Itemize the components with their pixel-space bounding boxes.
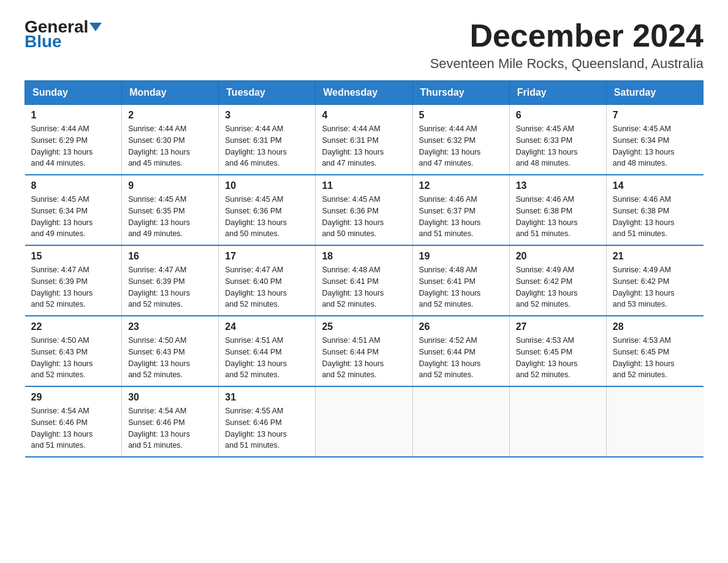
day-number: 30 (128, 392, 212, 403)
calendar-cell: 15Sunrise: 4:47 AMSunset: 6:39 PMDayligh… (25, 245, 122, 316)
day-info: Sunrise: 4:54 AMSunset: 6:46 PMDaylight:… (31, 405, 116, 451)
day-info: Sunrise: 4:44 AMSunset: 6:31 PMDaylight:… (225, 123, 309, 169)
calendar-cell: 23Sunrise: 4:50 AMSunset: 6:43 PMDayligh… (122, 316, 219, 386)
calendar-cell: 8Sunrise: 4:45 AMSunset: 6:34 PMDaylight… (25, 175, 122, 245)
day-info: Sunrise: 4:51 AMSunset: 6:44 PMDaylight:… (322, 335, 406, 381)
calendar-cell: 17Sunrise: 4:47 AMSunset: 6:40 PMDayligh… (219, 245, 316, 316)
calendar-cell: 30Sunrise: 4:54 AMSunset: 6:46 PMDayligh… (122, 386, 219, 457)
calendar-table: SundayMondayTuesdayWednesdayThursdayFrid… (25, 80, 703, 458)
day-info: Sunrise: 4:51 AMSunset: 6:44 PMDaylight:… (225, 335, 309, 381)
day-number: 26 (419, 321, 503, 332)
day-number: 11 (322, 180, 406, 191)
logo: General Blue (25, 18, 102, 50)
day-info: Sunrise: 4:53 AMSunset: 6:45 PMDaylight:… (613, 335, 697, 381)
day-info: Sunrise: 4:53 AMSunset: 6:45 PMDaylight:… (516, 335, 600, 381)
day-info: Sunrise: 4:45 AMSunset: 6:34 PMDaylight:… (31, 194, 116, 240)
day-info: Sunrise: 4:46 AMSunset: 6:37 PMDaylight:… (419, 194, 503, 240)
day-number: 8 (31, 180, 116, 191)
day-info: Sunrise: 4:48 AMSunset: 6:41 PMDaylight:… (322, 264, 406, 310)
day-number: 31 (225, 392, 309, 403)
day-number: 21 (613, 251, 697, 262)
calendar-cell: 11Sunrise: 4:45 AMSunset: 6:36 PMDayligh… (316, 175, 412, 245)
calendar-cell: 21Sunrise: 4:49 AMSunset: 6:42 PMDayligh… (606, 245, 703, 316)
day-number: 19 (419, 251, 503, 262)
day-info: Sunrise: 4:48 AMSunset: 6:41 PMDaylight:… (419, 264, 503, 310)
day-info: Sunrise: 4:50 AMSunset: 6:43 PMDaylight:… (31, 335, 116, 381)
calendar-week-row: 22Sunrise: 4:50 AMSunset: 6:43 PMDayligh… (25, 316, 703, 386)
calendar-cell: 6Sunrise: 4:45 AMSunset: 6:33 PMDaylight… (509, 105, 606, 175)
calendar-cell (412, 386, 509, 457)
day-info: Sunrise: 4:50 AMSunset: 6:43 PMDaylight:… (128, 335, 212, 381)
day-number: 3 (225, 110, 309, 121)
calendar-cell: 27Sunrise: 4:53 AMSunset: 6:45 PMDayligh… (509, 316, 606, 386)
calendar-cell: 5Sunrise: 4:44 AMSunset: 6:32 PMDaylight… (412, 105, 509, 175)
calendar-cell: 31Sunrise: 4:55 AMSunset: 6:46 PMDayligh… (219, 386, 316, 457)
column-header-friday: Friday (509, 81, 606, 105)
day-info: Sunrise: 4:46 AMSunset: 6:38 PMDaylight:… (613, 194, 697, 240)
day-number: 4 (322, 110, 406, 121)
calendar-week-row: 29Sunrise: 4:54 AMSunset: 6:46 PMDayligh… (25, 386, 703, 457)
day-info: Sunrise: 4:44 AMSunset: 6:32 PMDaylight:… (419, 123, 503, 169)
day-number: 9 (128, 180, 212, 191)
calendar-week-row: 8Sunrise: 4:45 AMSunset: 6:34 PMDaylight… (25, 175, 703, 245)
calendar-cell: 9Sunrise: 4:45 AMSunset: 6:35 PMDaylight… (122, 175, 219, 245)
calendar-cell: 7Sunrise: 4:45 AMSunset: 6:34 PMDaylight… (606, 105, 703, 175)
day-info: Sunrise: 4:44 AMSunset: 6:31 PMDaylight:… (322, 123, 406, 169)
day-info: Sunrise: 4:47 AMSunset: 6:39 PMDaylight:… (31, 264, 116, 310)
day-info: Sunrise: 4:49 AMSunset: 6:42 PMDaylight:… (516, 264, 600, 310)
calendar-cell: 18Sunrise: 4:48 AMSunset: 6:41 PMDayligh… (316, 245, 412, 316)
day-info: Sunrise: 4:45 AMSunset: 6:34 PMDaylight:… (613, 123, 697, 169)
column-header-tuesday: Tuesday (219, 81, 316, 105)
calendar-cell: 24Sunrise: 4:51 AMSunset: 6:44 PMDayligh… (219, 316, 316, 386)
day-number: 5 (419, 110, 503, 121)
calendar-cell: 29Sunrise: 4:54 AMSunset: 6:46 PMDayligh… (25, 386, 122, 457)
day-number: 14 (613, 180, 697, 191)
calendar-cell: 1Sunrise: 4:44 AMSunset: 6:29 PMDaylight… (25, 105, 122, 175)
calendar-cell: 14Sunrise: 4:46 AMSunset: 6:38 PMDayligh… (606, 175, 703, 245)
day-number: 27 (516, 321, 600, 332)
day-number: 28 (613, 321, 697, 332)
day-number: 10 (225, 180, 309, 191)
calendar-cell: 13Sunrise: 4:46 AMSunset: 6:38 PMDayligh… (509, 175, 606, 245)
calendar-cell: 10Sunrise: 4:45 AMSunset: 6:36 PMDayligh… (219, 175, 316, 245)
day-info: Sunrise: 4:49 AMSunset: 6:42 PMDaylight:… (613, 264, 697, 310)
day-info: Sunrise: 4:45 AMSunset: 6:36 PMDaylight:… (225, 194, 309, 240)
calendar-cell: 16Sunrise: 4:47 AMSunset: 6:39 PMDayligh… (122, 245, 219, 316)
page-header: General Blue December 2024 Seventeen Mil… (25, 18, 703, 72)
logo-blue-text: Blue (25, 33, 62, 50)
calendar-cell: 25Sunrise: 4:51 AMSunset: 6:44 PMDayligh… (316, 316, 412, 386)
calendar-cell: 22Sunrise: 4:50 AMSunset: 6:43 PMDayligh… (25, 316, 122, 386)
day-info: Sunrise: 4:47 AMSunset: 6:40 PMDaylight:… (225, 264, 309, 310)
day-number: 22 (31, 321, 116, 332)
title-section: December 2024 Seventeen Mile Rocks, Quee… (430, 18, 703, 72)
logo-triangle-icon (89, 23, 102, 31)
calendar-cell: 2Sunrise: 4:44 AMSunset: 6:30 PMDaylight… (122, 105, 219, 175)
day-info: Sunrise: 4:45 AMSunset: 6:33 PMDaylight:… (516, 123, 600, 169)
column-header-saturday: Saturday (606, 81, 703, 105)
day-info: Sunrise: 4:52 AMSunset: 6:44 PMDaylight:… (419, 335, 503, 381)
column-header-thursday: Thursday (412, 81, 509, 105)
day-info: Sunrise: 4:55 AMSunset: 6:46 PMDaylight:… (225, 405, 309, 451)
location-subtitle: Seventeen Mile Rocks, Queensland, Austra… (430, 56, 703, 72)
day-info: Sunrise: 4:46 AMSunset: 6:38 PMDaylight:… (516, 194, 600, 240)
day-number: 1 (31, 110, 116, 121)
calendar-cell (606, 386, 703, 457)
day-number: 24 (225, 321, 309, 332)
calendar-cell: 4Sunrise: 4:44 AMSunset: 6:31 PMDaylight… (316, 105, 412, 175)
day-info: Sunrise: 4:47 AMSunset: 6:39 PMDaylight:… (128, 264, 212, 310)
calendar-cell: 20Sunrise: 4:49 AMSunset: 6:42 PMDayligh… (509, 245, 606, 316)
day-number: 13 (516, 180, 600, 191)
column-header-wednesday: Wednesday (316, 81, 412, 105)
calendar-cell: 12Sunrise: 4:46 AMSunset: 6:37 PMDayligh… (412, 175, 509, 245)
day-info: Sunrise: 4:44 AMSunset: 6:30 PMDaylight:… (128, 123, 212, 169)
day-info: Sunrise: 4:44 AMSunset: 6:29 PMDaylight:… (31, 123, 116, 169)
day-number: 25 (322, 321, 406, 332)
day-number: 16 (128, 251, 212, 262)
day-number: 12 (419, 180, 503, 191)
calendar-cell (316, 386, 412, 457)
column-header-sunday: Sunday (25, 81, 122, 105)
column-header-monday: Monday (122, 81, 219, 105)
day-number: 20 (516, 251, 600, 262)
calendar-cell: 26Sunrise: 4:52 AMSunset: 6:44 PMDayligh… (412, 316, 509, 386)
day-number: 23 (128, 321, 212, 332)
